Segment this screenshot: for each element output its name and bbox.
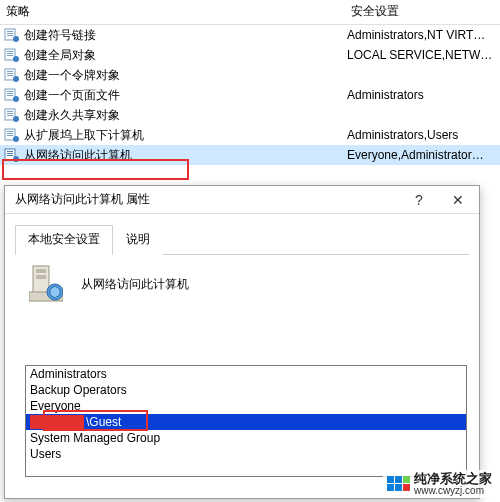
svg-rect-7 bbox=[7, 53, 13, 54]
svg-rect-6 bbox=[7, 51, 13, 52]
policy-row[interactable]: 创建符号链接 Administrators,NT VIRT… bbox=[0, 25, 500, 45]
svg-rect-27 bbox=[7, 133, 13, 134]
svg-point-4 bbox=[13, 36, 19, 42]
properties-dialog: 从网络访问此计算机 属性 ? ✕ 本地安全设置 说明 从网络访问此计算机 Adm… bbox=[4, 185, 480, 499]
policy-icon bbox=[4, 67, 20, 83]
watermark-logo-icon bbox=[387, 476, 410, 491]
policy-name: 从扩展坞上取下计算机 bbox=[24, 127, 347, 144]
svg-rect-16 bbox=[7, 91, 13, 92]
list-item[interactable]: Backup Operators bbox=[26, 382, 466, 398]
dialog-titlebar[interactable]: 从网络访问此计算机 属性 ? ✕ bbox=[5, 186, 479, 214]
svg-rect-17 bbox=[7, 93, 13, 94]
list-item-selected[interactable]: \Guest bbox=[26, 414, 466, 430]
column-header-policy[interactable]: 策略 bbox=[0, 3, 345, 20]
tab-strip: 本地安全设置 说明 bbox=[15, 224, 469, 255]
svg-point-29 bbox=[13, 136, 19, 142]
policy-name: 创建符号链接 bbox=[24, 27, 347, 44]
list-item[interactable]: Users bbox=[26, 446, 466, 462]
principals-listbox[interactable]: Administrators Backup Operators Everyone… bbox=[25, 365, 467, 477]
svg-point-14 bbox=[13, 76, 19, 82]
svg-rect-11 bbox=[7, 71, 13, 72]
column-header-security[interactable]: 安全设置 bbox=[345, 3, 500, 20]
svg-rect-3 bbox=[7, 35, 13, 36]
policy-security-value: Everyone,Administrator… bbox=[347, 148, 500, 162]
policy-row[interactable]: 创建一个页面文件 Administrators bbox=[0, 85, 500, 105]
svg-rect-18 bbox=[7, 95, 13, 96]
policy-icon bbox=[4, 47, 20, 63]
policy-name: 从网络访问此计算机 bbox=[24, 147, 347, 164]
list-item[interactable]: Administrators bbox=[26, 366, 466, 382]
server-icon bbox=[29, 264, 63, 304]
svg-rect-8 bbox=[7, 55, 13, 56]
policy-security-value: Administrators,NT VIRT… bbox=[347, 28, 500, 42]
policy-icon bbox=[4, 87, 20, 103]
policy-row-selected[interactable]: 从网络访问此计算机 Everyone,Administrator… bbox=[0, 145, 500, 165]
policy-list: 策略 安全设置 创建符号链接 Administrators,NT VIRT… 创… bbox=[0, 0, 500, 165]
svg-point-34 bbox=[13, 156, 19, 162]
svg-rect-26 bbox=[7, 131, 13, 132]
policy-security-value: LOCAL SERVICE,NETW… bbox=[347, 48, 500, 62]
svg-rect-32 bbox=[7, 153, 13, 154]
policy-security-value: Administrators,Users bbox=[347, 128, 500, 142]
svg-rect-21 bbox=[7, 111, 13, 112]
policy-name: 创建永久共享对象 bbox=[24, 107, 347, 124]
policy-icon bbox=[4, 127, 20, 143]
policy-row[interactable]: 创建永久共享对象 bbox=[0, 105, 500, 125]
redacted-text bbox=[30, 415, 84, 429]
help-icon: ? bbox=[415, 192, 423, 208]
svg-rect-36 bbox=[36, 269, 46, 273]
svg-rect-28 bbox=[7, 135, 13, 136]
close-button[interactable]: ✕ bbox=[437, 186, 479, 213]
policy-security-value: Administrators bbox=[347, 88, 500, 102]
watermark-brand: 纯净系统之家 bbox=[414, 472, 492, 486]
svg-rect-31 bbox=[7, 151, 13, 152]
svg-rect-2 bbox=[7, 33, 13, 34]
policy-icon bbox=[4, 107, 20, 123]
tab-local-security[interactable]: 本地安全设置 bbox=[15, 225, 113, 255]
svg-rect-23 bbox=[7, 115, 13, 116]
guest-suffix: \Guest bbox=[86, 415, 121, 429]
policy-row[interactable]: 创建全局对象 LOCAL SERVICE,NETW… bbox=[0, 45, 500, 65]
policy-row[interactable]: 创建一个令牌对象 bbox=[0, 65, 500, 85]
watermark-url: www.cwyzj.com bbox=[414, 486, 492, 497]
svg-rect-33 bbox=[7, 155, 13, 156]
watermark: 纯净系统之家 www.cwyzj.com bbox=[383, 470, 496, 498]
list-item[interactable]: Everyone bbox=[26, 398, 466, 414]
svg-point-24 bbox=[13, 116, 19, 122]
svg-point-19 bbox=[13, 96, 19, 102]
svg-rect-12 bbox=[7, 73, 13, 74]
policy-name: 创建全局对象 bbox=[24, 47, 347, 64]
policy-list-header: 策略 安全设置 bbox=[0, 0, 500, 25]
policy-row[interactable]: 从扩展坞上取下计算机 Administrators,Users bbox=[0, 125, 500, 145]
dialog-heading: 从网络访问此计算机 bbox=[81, 276, 189, 293]
svg-rect-13 bbox=[7, 75, 13, 76]
svg-rect-37 bbox=[36, 275, 46, 279]
tab-explain[interactable]: 说明 bbox=[113, 225, 163, 255]
svg-point-9 bbox=[13, 56, 19, 62]
policy-icon bbox=[4, 27, 20, 43]
list-item[interactable]: System Managed Group bbox=[26, 430, 466, 446]
policy-name: 创建一个页面文件 bbox=[24, 87, 347, 104]
dialog-title: 从网络访问此计算机 属性 bbox=[15, 191, 150, 208]
svg-rect-22 bbox=[7, 113, 13, 114]
svg-rect-1 bbox=[7, 31, 13, 32]
policy-name: 创建一个令牌对象 bbox=[24, 67, 347, 84]
policy-icon bbox=[4, 147, 20, 163]
help-button[interactable]: ? bbox=[401, 186, 437, 213]
close-icon: ✕ bbox=[452, 192, 464, 208]
